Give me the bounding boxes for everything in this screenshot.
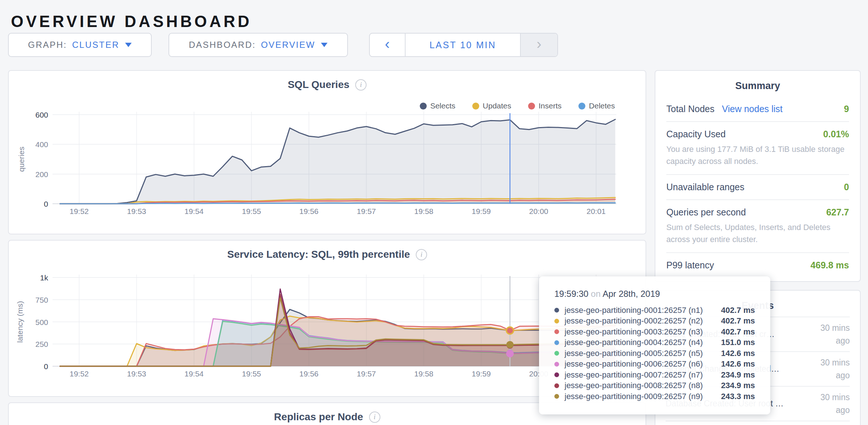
tooltip-series-dot-icon bbox=[554, 394, 559, 399]
x-tick-label: 19:53 bbox=[127, 370, 146, 378]
tooltip-node-value: 234.9 ms bbox=[721, 381, 755, 390]
x-tick-label: 19:56 bbox=[299, 207, 319, 215]
tooltip-node-value: 234.9 ms bbox=[721, 370, 755, 380]
legend-item-deletes[interactable]: Deletes bbox=[578, 102, 615, 110]
summary-title: Summary bbox=[666, 71, 849, 97]
y-tick-label: 400 bbox=[35, 140, 48, 149]
y-tick-label: 250 bbox=[35, 340, 48, 348]
summary-row-total-nodes: Total Nodes View nodes list 9 bbox=[666, 97, 849, 122]
summary-row-unavailable-ranges: Unavailable ranges 0 bbox=[666, 175, 849, 200]
event-time: 30 mins ago bbox=[805, 322, 850, 347]
chevron-left-icon: ‹ bbox=[385, 36, 390, 52]
tooltip-node-name: jesse-geo-partitioning-0003:26257 (n3) bbox=[565, 327, 716, 337]
dashboard-dropdown-label: DASHBOARD: bbox=[189, 40, 256, 50]
info-icon[interactable]: i bbox=[416, 249, 427, 260]
y-tick-label: 750 bbox=[35, 296, 48, 304]
legend-dot-icon bbox=[472, 103, 479, 110]
graph-dropdown-label: GRAPH: bbox=[28, 40, 67, 50]
info-icon[interactable]: i bbox=[369, 411, 380, 423]
capacity-used-description: You are using 177.7 MiB of 3.1 TiB usabl… bbox=[666, 143, 849, 167]
unavailable-ranges-value: 0 bbox=[844, 182, 849, 192]
dashboard-dropdown-value: OVERVIEW bbox=[261, 40, 315, 50]
tooltip-node-value: 142.6 ms bbox=[721, 349, 755, 358]
tooltip-series-dot-icon bbox=[554, 340, 559, 345]
tooltip-row: jesse-geo-partitioning-0008:26257 (n8)23… bbox=[554, 380, 755, 391]
tooltip-timestamp: 19:59:30 on Apr 28th, 2019 bbox=[554, 289, 755, 299]
tooltip-row: jesse-geo-partitioning-0006:26257 (n6)14… bbox=[554, 359, 755, 370]
tooltip-node-name: jesse-geo-partitioning-0009:26257 (n9) bbox=[565, 392, 716, 401]
x-tick-label: 19:52 bbox=[70, 207, 89, 215]
tooltip-row: jesse-geo-partitioning-0005:26257 (n5)14… bbox=[554, 348, 755, 359]
chevron-down-icon bbox=[321, 43, 328, 47]
tooltip-row: jesse-geo-partitioning-0004:26257 (n4)15… bbox=[554, 337, 755, 348]
queries-per-second-label: Queries per second bbox=[666, 207, 746, 218]
tooltip-node-name: jesse-geo-partitioning-0007:26257 (n7) bbox=[565, 370, 716, 380]
chart-hover-tooltip: 19:59:30 on Apr 28th, 2019 jesse-geo-par… bbox=[539, 276, 770, 414]
queries-per-second-description: Sum of Selects, Updates, Inserts, and De… bbox=[666, 221, 849, 245]
y-tick-label: 0 bbox=[44, 200, 48, 208]
y-tick-label: 200 bbox=[35, 170, 48, 179]
tooltip-node-value: 402.7 ms bbox=[721, 306, 755, 315]
time-range-label-button[interactable]: LAST 10 MIN bbox=[406, 34, 520, 56]
legend-label: Deletes bbox=[589, 102, 615, 110]
hover-dot bbox=[506, 341, 514, 348]
y-tick-label: 600 bbox=[35, 111, 48, 119]
event-row[interactable]: Table Created: User root cr…30 mins ago bbox=[666, 421, 850, 425]
legend-dot-icon bbox=[420, 103, 427, 110]
tooltip-row: jesse-geo-partitioning-0001:26257 (n1)40… bbox=[554, 305, 755, 316]
tooltip-node-name: jesse-geo-partitioning-0008:26257 (n8) bbox=[565, 381, 716, 390]
legend-item-selects[interactable]: Selects bbox=[420, 102, 456, 110]
summary-row-p99-latency: P99 latency 469.8 ms bbox=[666, 253, 849, 277]
total-nodes-value: 9 bbox=[844, 104, 849, 114]
x-tick-label: 20:01 bbox=[586, 207, 606, 215]
x-tick-label: 19:56 bbox=[299, 370, 319, 378]
event-time: 30 mins ago bbox=[805, 391, 850, 416]
unavailable-ranges-label: Unavailable ranges bbox=[666, 182, 744, 192]
total-nodes-label: Total Nodes bbox=[666, 104, 714, 114]
p99-latency-value: 469.8 ms bbox=[810, 260, 849, 271]
tooltip-row: jesse-geo-partitioning-0003:26257 (n3)40… bbox=[554, 326, 755, 337]
legend-label: Inserts bbox=[539, 102, 562, 110]
legend-dot-icon bbox=[528, 103, 535, 110]
sql-queries-chart-plot[interactable]: 19:5219:5319:5419:5519:5619:5719:5819:59… bbox=[9, 71, 646, 234]
view-nodes-list-link[interactable]: View nodes list bbox=[722, 104, 782, 114]
tooltip-node-value: 243.3 ms bbox=[721, 392, 755, 401]
y-axis-title: latency (ms) bbox=[16, 301, 24, 342]
event-time: 30 mins ago bbox=[805, 356, 850, 382]
queries-per-second-value: 627.7 bbox=[826, 207, 849, 218]
x-tick-label: 19:52 bbox=[70, 370, 89, 378]
tooltip-node-value: 402.7 ms bbox=[721, 327, 755, 337]
legend-item-updates[interactable]: Updates bbox=[472, 102, 511, 110]
y-tick-label: 500 bbox=[35, 318, 48, 326]
summary-row-qps: Queries per second 627.7 Sum of Selects,… bbox=[666, 200, 849, 253]
chart-legend: SelectsUpdatesInsertsDeletes bbox=[420, 102, 615, 110]
tooltip-row: jesse-geo-partitioning-0007:26257 (n7)23… bbox=[554, 370, 755, 380]
chart-title: SQL Queries bbox=[288, 79, 349, 91]
chevron-right-icon: › bbox=[536, 36, 541, 52]
page-title: OVERVIEW DASHBOARD bbox=[11, 11, 252, 32]
tooltip-node-value: 151.0 ms bbox=[721, 338, 755, 347]
tooltip-row: jesse-geo-partitioning-0002:26257 (n2)40… bbox=[554, 316, 755, 327]
tooltip-node-name: jesse-geo-partitioning-0006:26257 (n6) bbox=[565, 359, 716, 369]
tooltip-row: jesse-geo-partitioning-0009:26257 (n9)24… bbox=[554, 391, 755, 402]
tooltip-series-dot-icon bbox=[554, 319, 559, 323]
capacity-used-value: 0.01% bbox=[823, 129, 849, 139]
x-tick-label: 19:53 bbox=[127, 207, 146, 215]
x-tick-label: 19:54 bbox=[185, 370, 204, 378]
legend-item-inserts[interactable]: Inserts bbox=[528, 102, 562, 110]
x-tick-label: 19:58 bbox=[414, 207, 434, 215]
tooltip-node-name: jesse-geo-partitioning-0005:26257 (n5) bbox=[565, 349, 716, 358]
x-tick-label: 19:57 bbox=[357, 370, 376, 378]
tooltip-node-name: jesse-geo-partitioning-0004:26257 (n4) bbox=[565, 338, 716, 347]
time-range-prev-button[interactable]: ‹ bbox=[370, 34, 406, 56]
info-icon[interactable]: i bbox=[355, 79, 367, 91]
dashboard-dropdown[interactable]: DASHBOARD: OVERVIEW bbox=[168, 33, 348, 57]
time-range-selector: ‹ LAST 10 MIN › bbox=[369, 33, 558, 57]
time-range-next-button-disabled[interactable]: › bbox=[520, 34, 557, 56]
hover-dot bbox=[506, 350, 514, 357]
tooltip-series-dot-icon bbox=[554, 383, 559, 388]
summary-row-capacity: Capacity Used 0.01% You are using 177.7 … bbox=[666, 122, 849, 175]
graph-dropdown[interactable]: GRAPH: CLUSTER bbox=[8, 33, 152, 57]
time-range-label: LAST 10 MIN bbox=[430, 40, 496, 50]
series-area bbox=[60, 119, 616, 204]
